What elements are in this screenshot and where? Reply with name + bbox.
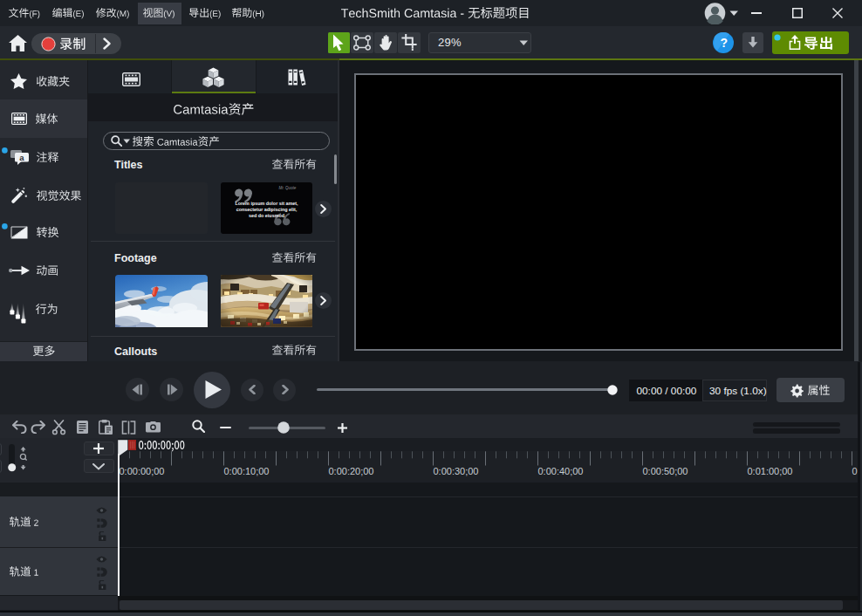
svg-text:a: a — [19, 153, 24, 162]
